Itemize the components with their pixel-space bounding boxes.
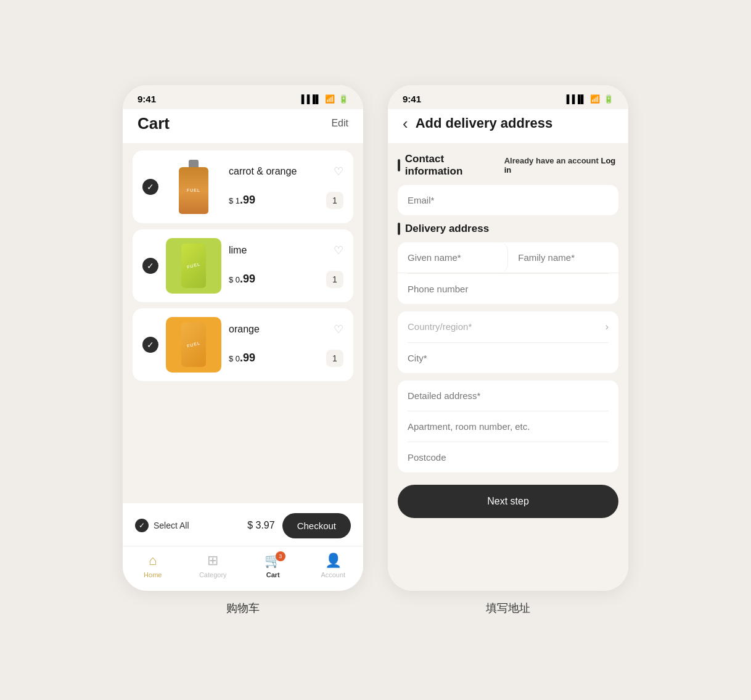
category-icon: ⊞ (207, 553, 218, 569)
item-qty-orange[interactable]: 1 (326, 350, 343, 367)
delivery-status-bar: 9:41 ▐▐▐▌ 📶 🔋 (388, 85, 628, 109)
item-name-lime: lime (229, 245, 247, 256)
price-cents-carrot: .99 (240, 194, 255, 206)
detailed-address-field[interactable] (398, 381, 618, 411)
item-info-lime: lime ♡ $ 0.99 1 (229, 244, 343, 288)
item-heart-carrot[interactable]: ♡ (334, 165, 343, 178)
tab-account[interactable]: 👤 Account (303, 553, 364, 579)
contact-section-bar (398, 159, 400, 171)
cart-footer: ✓ Select All $ 3.97 Checkout (123, 503, 363, 546)
checkout-button[interactable]: Checkout (282, 513, 351, 538)
signal-icon: ▐▐▐▌ (298, 94, 321, 104)
country-group: Country/region* › (398, 311, 618, 373)
delivery-wifi-icon: 📶 (590, 94, 600, 104)
cart-time: 9:41 (137, 94, 156, 104)
item-name-orange: orange (229, 324, 260, 335)
address-section-header: Delivery address (398, 223, 618, 235)
tab-home[interactable]: ⌂ Home (123, 553, 183, 579)
delivery-battery-icon: 🔋 (604, 94, 614, 104)
contact-section-title: Contact information (405, 153, 499, 178)
delivery-phone-container: 9:41 ▐▐▐▌ 📶 🔋 ‹ Add delivery address (388, 85, 628, 616)
account-icon: 👤 (325, 553, 342, 569)
item-image-carrot: FUEL (166, 159, 221, 215)
orange-can (181, 323, 206, 367)
delivery-content: Contact information Already have an acco… (388, 143, 628, 591)
item-qty-lime[interactable]: 1 (326, 271, 343, 288)
item-price-carrot: $ 1.99 (229, 194, 255, 207)
lime-can (181, 244, 206, 288)
cart-item-lime: lime ♡ $ 0.99 1 (133, 229, 353, 302)
cart-item-orange: orange ♡ $ 0.99 1 (133, 308, 353, 381)
family-name-field[interactable] (508, 242, 618, 273)
item-name-carrot: carrot & orange (229, 166, 297, 177)
price-cents-lime: .99 (240, 273, 255, 285)
account-label: Account (321, 571, 345, 579)
price-dollars-orange: $ 0 (229, 354, 240, 363)
cart-phone-container: 9:41 ▐▐▐▌ 📶 🔋 Cart Edit (123, 85, 363, 616)
cart-label: Cart (266, 571, 280, 579)
country-text: Country/region* (408, 321, 605, 332)
item-heart-lime[interactable]: ♡ (334, 244, 343, 257)
name-phone-group (398, 242, 618, 304)
detailed-address-group (398, 381, 618, 472)
address-label-chinese: 填写地址 (486, 601, 530, 616)
home-icon: ⌂ (149, 553, 157, 569)
item-qty-carrot[interactable]: 1 (326, 192, 343, 209)
country-row[interactable]: Country/region* › (398, 311, 618, 342)
category-label: Category (199, 571, 227, 579)
cart-tab-bar: ⌂ Home ⊞ Category 🛒 3 Cart 👤 Account (123, 546, 363, 591)
phone-field[interactable] (398, 274, 618, 304)
postcode-field[interactable] (398, 442, 618, 472)
address-section-title: Delivery address (405, 223, 489, 235)
item-image-orange (166, 317, 221, 373)
city-field[interactable] (398, 343, 618, 373)
item-heart-orange[interactable]: ♡ (334, 323, 343, 336)
tab-category[interactable]: ⊞ Category (183, 553, 244, 579)
price-cents-orange: .99 (240, 352, 255, 364)
delivery-time: 9:41 (403, 94, 421, 104)
already-account-text: Already have an account Log in (504, 156, 618, 175)
delivery-screen: 9:41 ▐▐▐▌ 📶 🔋 ‹ Add delivery address (388, 85, 628, 591)
item-check-carrot[interactable] (142, 179, 158, 195)
delivery-signal-icon: ▐▐▐▌ (564, 94, 586, 104)
chevron-right-icon: › (605, 321, 609, 332)
cart-header: Cart Edit (123, 109, 363, 143)
item-price-orange: $ 0.99 (229, 352, 255, 364)
price-dollars-lime: $ 0 (229, 275, 240, 284)
price-dollars-carrot: $ 1 (229, 196, 240, 205)
cart-items-list: FUEL carrot & orange ♡ $ 1.99 (123, 143, 363, 503)
cart-item-carrot-orange: FUEL carrot & orange ♡ $ 1.99 (133, 150, 353, 223)
home-label: Home (144, 571, 162, 579)
item-image-lime (166, 238, 221, 294)
already-account-label: Already have an account (504, 156, 599, 165)
delivery-status-icons: ▐▐▐▌ 📶 🔋 (564, 94, 614, 104)
address-section-bar (398, 223, 400, 235)
given-name-field[interactable] (398, 242, 508, 273)
cart-title: Cart (137, 114, 170, 133)
select-all-section: ✓ Select All (135, 519, 240, 532)
cart-edit-button[interactable]: Edit (331, 118, 348, 129)
item-price-lime: $ 0.99 (229, 273, 255, 286)
select-all-label: Select All (154, 521, 189, 530)
cart-screen: 9:41 ▐▐▐▌ 📶 🔋 Cart Edit (123, 85, 363, 591)
item-info-orange: orange ♡ $ 0.99 1 (229, 323, 343, 367)
cart-phone: 9:41 ▐▐▐▌ 📶 🔋 Cart Edit (123, 85, 363, 591)
name-row (398, 242, 618, 273)
tab-cart[interactable]: 🛒 3 Cart (243, 553, 303, 579)
item-info-carrot: carrot & orange ♡ $ 1.99 1 (229, 165, 343, 209)
delivery-header: ‹ Add delivery address (388, 109, 628, 143)
item-check-orange[interactable] (142, 337, 158, 353)
email-field[interactable] (398, 185, 618, 215)
contact-form-group (398, 185, 618, 215)
back-button[interactable]: ‹ (403, 114, 408, 133)
next-step-button[interactable]: Next step (398, 485, 618, 518)
contact-section-header: Contact information Already have an acco… (398, 153, 618, 178)
cart-status-bar: 9:41 ▐▐▐▌ 📶 🔋 (123, 85, 363, 109)
item-check-lime[interactable] (142, 258, 158, 274)
apartment-field[interactable] (398, 411, 618, 442)
wifi-icon: 📶 (325, 94, 335, 104)
cart-status-icons: ▐▐▐▌ 📶 🔋 (298, 94, 348, 104)
select-all-check[interactable]: ✓ (135, 519, 149, 532)
cart-label-chinese: 购物车 (226, 601, 260, 616)
battery-icon: 🔋 (339, 94, 348, 104)
